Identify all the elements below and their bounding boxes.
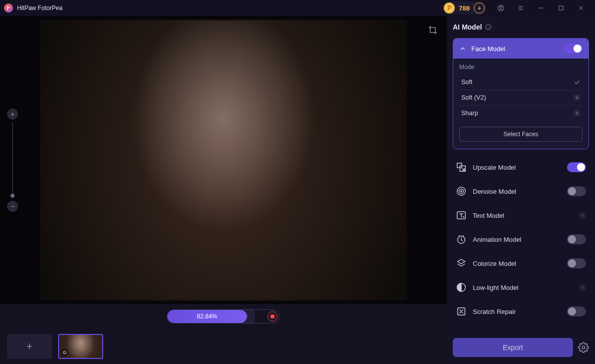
model-row-lowlight[interactable]: Low-light Model: [453, 275, 589, 299]
check-icon: [573, 79, 580, 86]
coin-icon: P: [444, 3, 455, 14]
model-row-denoise[interactable]: Denoise Model: [453, 179, 589, 203]
info-icon[interactable]: [485, 24, 492, 31]
face-model-toggle[interactable]: [563, 44, 582, 54]
zoom-out-button[interactable]: −: [7, 201, 18, 212]
thumbnails: +: [0, 329, 447, 364]
download-icon: [573, 94, 580, 101]
model-row-text[interactable]: Text Model: [453, 203, 589, 227]
progress-row: Home 82.84%: [0, 304, 447, 329]
colorize-toggle[interactable]: [567, 258, 586, 268]
animation-icon: [456, 234, 467, 245]
mode-label: Mode: [459, 64, 582, 71]
chevron-down-icon: [579, 212, 586, 219]
svg-rect-17: [457, 163, 462, 168]
animation-label: Animation Model: [473, 236, 521, 243]
add-coins-button[interactable]: +: [474, 3, 485, 14]
settings-icon[interactable]: [578, 342, 589, 353]
coin-widget[interactable]: P 788 +: [443, 2, 486, 15]
chevron-down-icon: [579, 284, 586, 291]
scratch-toggle[interactable]: [567, 306, 586, 316]
face-model-header[interactable]: Face Model: [453, 39, 588, 59]
mode-option-soft-v2[interactable]: Soft (V2): [459, 90, 582, 106]
zoom-thumb[interactable]: [11, 194, 15, 198]
download-icon: [573, 110, 580, 117]
svg-rect-6: [559, 6, 563, 10]
scratch-label: Scratch Repair: [473, 308, 516, 315]
svg-point-1: [500, 6, 502, 8]
account-icon[interactable]: [491, 0, 511, 16]
minimize-button[interactable]: [531, 0, 551, 16]
lowlight-label: Low-light Model: [473, 284, 518, 291]
face-model-group: Face Model Mode Soft Soft (V2) Sharp Sel…: [453, 38, 589, 149]
text-label: Text Model: [473, 212, 504, 219]
denoise-label: Denoise Model: [473, 188, 516, 195]
stop-button[interactable]: [267, 311, 277, 321]
model-row-upscale[interactable]: Upscale Model: [453, 155, 589, 179]
side-panel: AI Model Face Model Mode Soft Soft (V2): [447, 16, 595, 364]
svg-point-21: [461, 191, 462, 192]
colorize-icon: [456, 258, 467, 269]
colorize-label: Colorize Model: [473, 260, 516, 267]
model-row-animation[interactable]: Animation Model: [453, 227, 589, 251]
thumbnail-1[interactable]: [58, 334, 103, 359]
denoise-toggle[interactable]: [567, 186, 586, 196]
scratch-icon: [456, 306, 467, 317]
progress-text: 82.84%: [197, 313, 217, 320]
zoom-slider[interactable]: [12, 123, 13, 198]
denoise-icon: [456, 186, 467, 197]
maximize-button[interactable]: [551, 0, 571, 16]
thumbnail-info-icon[interactable]: [61, 349, 68, 356]
svg-point-19: [457, 187, 466, 196]
select-faces-button[interactable]: Select Faces: [459, 127, 582, 142]
upscale-toggle[interactable]: [567, 162, 586, 172]
animation-toggle[interactable]: [567, 234, 586, 244]
model-row-scratch[interactable]: Scratch Repair: [453, 299, 589, 323]
export-button[interactable]: Export: [453, 338, 573, 357]
preview-image: [40, 20, 407, 300]
face-model-label: Face Model: [471, 45, 505, 53]
zoom-controls: + −: [7, 109, 18, 212]
zoom-in-button[interactable]: +: [7, 109, 18, 120]
svg-point-20: [459, 189, 463, 193]
text-icon: [456, 210, 467, 221]
upscale-label: Upscale Model: [473, 164, 516, 171]
chevron-up-icon: [459, 45, 466, 52]
progress-fill: 82.84%: [167, 310, 247, 323]
mode-option-sharp[interactable]: Sharp: [459, 106, 582, 121]
model-row-colorize[interactable]: Colorize Model: [453, 251, 589, 275]
app-logo: [4, 4, 13, 13]
app-title: HitPaw FotorPea: [17, 5, 63, 12]
lowlight-icon: [456, 282, 467, 293]
progress-bar: 82.84%: [167, 309, 280, 323]
add-image-button[interactable]: +: [7, 334, 52, 359]
mode-option-soft[interactable]: Soft: [459, 75, 582, 90]
crop-icon[interactable]: [428, 25, 438, 37]
upscale-icon: [456, 162, 467, 173]
svg-point-26: [582, 346, 585, 349]
canvas[interactable]: + −: [0, 16, 447, 304]
titlebar: HitPaw FotorPea P 788 +: [0, 0, 595, 16]
panel-title: AI Model: [453, 23, 589, 31]
coin-count: 788: [455, 5, 474, 12]
menu-icon[interactable]: [511, 0, 531, 16]
close-button[interactable]: [571, 0, 591, 16]
